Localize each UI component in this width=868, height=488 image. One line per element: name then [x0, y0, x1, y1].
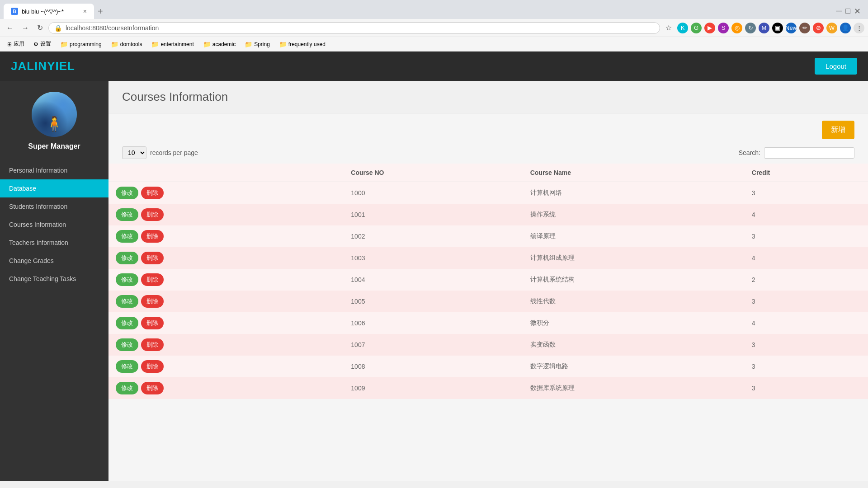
edit-button[interactable]: 修改 [116, 382, 138, 394]
back-button[interactable]: ← [4, 22, 16, 34]
bookmark-programming[interactable]: 📁 programming [57, 40, 105, 49]
logout-button[interactable]: Logout [815, 58, 857, 75]
actions-cell: 修改 删除 [108, 225, 344, 247]
bookmark-settings[interactable]: ⚙ 设置 [30, 39, 55, 49]
close-tab-button[interactable]: × [83, 8, 87, 15]
ext-menu-icon[interactable]: ⋮ [854, 23, 864, 33]
action-buttons: 修改 删除 [116, 295, 336, 308]
sidebar-item-database[interactable]: Database [0, 179, 108, 197]
credit-cell: 2 [745, 269, 868, 291]
course-name-cell: 计算机组成原理 [523, 247, 745, 269]
course-no-cell: 1005 [344, 291, 523, 312]
app-wrapper: JALINYIEL Logout 🧍 Super Manager Persona… [0, 52, 868, 481]
minimize-button[interactable]: ─ [836, 6, 842, 16]
bookmark-academic[interactable]: 📁 academic [199, 40, 239, 49]
ext-pen-icon[interactable]: ✏ [799, 23, 810, 33]
ext-yt-icon[interactable]: ▶ [704, 23, 715, 33]
delete-button[interactable]: 删除 [141, 187, 164, 199]
course-name-cell: 计算机网络 [523, 182, 745, 204]
credit-cell: 4 [745, 204, 868, 225]
edit-button[interactable]: 修改 [116, 273, 138, 286]
reload-button[interactable]: ↻ [34, 22, 46, 34]
ext-o-icon[interactable]: ◎ [731, 23, 742, 33]
delete-button[interactable]: 删除 [141, 317, 164, 329]
delete-button[interactable]: 删除 [141, 338, 164, 351]
actions-cell: 修改 删除 [108, 247, 344, 269]
ext-g-icon[interactable]: G [691, 23, 702, 33]
actions-cell: 修改 删除 [108, 269, 344, 291]
maximize-button[interactable]: □ [845, 6, 850, 16]
ext-new-icon[interactable]: New [786, 23, 797, 33]
action-buttons: 修改 删除 [116, 338, 336, 351]
ext-s-icon[interactable]: S [718, 23, 729, 33]
action-buttons: 修改 删除 [116, 273, 336, 286]
course-name-cell: 实变函数 [523, 334, 745, 356]
search-input[interactable] [764, 147, 854, 159]
delete-button[interactable]: 删除 [141, 208, 164, 221]
actions-cell: 修改 删除 [108, 377, 344, 399]
delete-button[interactable]: 删除 [141, 273, 164, 286]
course-name-cell: 微积分 [523, 312, 745, 334]
delete-button[interactable]: 删除 [141, 295, 164, 308]
add-button[interactable]: 新增 [822, 121, 854, 139]
course-name-cell: 线性代数 [523, 291, 745, 312]
delete-button[interactable]: 删除 [141, 252, 164, 264]
edit-button[interactable]: 修改 [116, 360, 138, 373]
sidebar-item-grades[interactable]: Change Grades [0, 252, 108, 270]
page-header: Courses Information [108, 81, 868, 113]
actions-cell: 修改 删除 [108, 312, 344, 334]
new-tab-button[interactable]: + [98, 6, 103, 17]
bookmark-frequently-used[interactable]: 📁 frequently used [275, 40, 329, 49]
delete-button[interactable]: 删除 [141, 382, 164, 394]
bookmark-domtools[interactable]: 📁 domtools [107, 40, 146, 49]
credit-cell: 3 [745, 377, 868, 399]
actions-cell: 修改 删除 [108, 291, 344, 312]
bookmark-button[interactable]: ☆ [663, 22, 675, 34]
topbar: JALINYIEL Logout [0, 52, 868, 81]
bookmark-entertainment[interactable]: 📁 entertainment [147, 40, 197, 49]
active-tab[interactable]: B biu biu ~(^▽^)~* × [4, 4, 94, 19]
records-per-page-select[interactable]: 10 25 50 [122, 146, 146, 159]
bookmark-spring[interactable]: 📁 Spring [241, 40, 274, 49]
edit-button[interactable]: 修改 [116, 230, 138, 243]
extension-icons: K G ▶ S ◎ ↻ M ▣ New ✏ ⊘ W 👤 ⋮ [677, 23, 864, 33]
table-controls: 10 25 50 records per page Search: [108, 146, 868, 164]
credit-cell: 3 [745, 182, 868, 204]
ext-box-icon[interactable]: ▣ [772, 23, 783, 33]
sidebar-item-personal[interactable]: Personal Information [0, 161, 108, 179]
delete-button[interactable]: 删除 [141, 230, 164, 243]
table-row: 修改 删除 1007实变函数3 [108, 334, 868, 356]
edit-button[interactable]: 修改 [116, 317, 138, 329]
edit-button[interactable]: 修改 [116, 208, 138, 221]
action-buttons: 修改 删除 [116, 187, 336, 199]
ext-r-icon[interactable]: ↻ [745, 23, 756, 33]
edit-button[interactable]: 修改 [116, 338, 138, 351]
sidebar-item-students[interactable]: Students Information [0, 197, 108, 216]
folder-icon: 📁 [151, 41, 159, 48]
courses-table: Course NO Course Name Credit 修改 删除 1000计… [108, 164, 868, 399]
ext-k-icon[interactable]: K [677, 23, 688, 33]
ext-w-icon[interactable]: W [826, 23, 837, 33]
edit-button[interactable]: 修改 [116, 187, 138, 199]
table-row: 修改 删除 1000计算机网络3 [108, 182, 868, 204]
address-bar[interactable]: 🔒 localhost:8080/courseInformation [48, 22, 660, 34]
ext-block-icon[interactable]: ⊘ [813, 23, 824, 33]
forward-button[interactable]: → [19, 22, 32, 34]
bookmark-label: frequently used [288, 41, 326, 47]
brand-part2: YIEL [47, 59, 75, 73]
bookmark-label: domtools [120, 41, 142, 47]
sidebar-item-teachers[interactable]: Teachers Information [0, 234, 108, 252]
delete-button[interactable]: 删除 [141, 360, 164, 373]
edit-button[interactable]: 修改 [116, 252, 138, 264]
window-close-button[interactable]: ✕ [854, 6, 861, 16]
credit-cell: 3 [745, 291, 868, 312]
bookmark-apps[interactable]: ⊞ 应用 [4, 39, 28, 49]
edit-button[interactable]: 修改 [116, 295, 138, 308]
sidebar-item-courses[interactable]: Courses Information [0, 216, 108, 234]
search-label: Search: [739, 149, 760, 156]
ext-m-icon[interactable]: M [759, 23, 769, 33]
ext-user-icon[interactable]: 👤 [840, 23, 851, 33]
browser-chrome: B biu biu ~(^▽^)~* × + ─ □ ✕ ← → ↻ 🔒 loc… [0, 0, 868, 52]
sidebar: 🧍 Super Manager Personal Information Dat… [0, 81, 108, 481]
sidebar-item-teaching-tasks[interactable]: Change Teaching Tasks [0, 270, 108, 288]
